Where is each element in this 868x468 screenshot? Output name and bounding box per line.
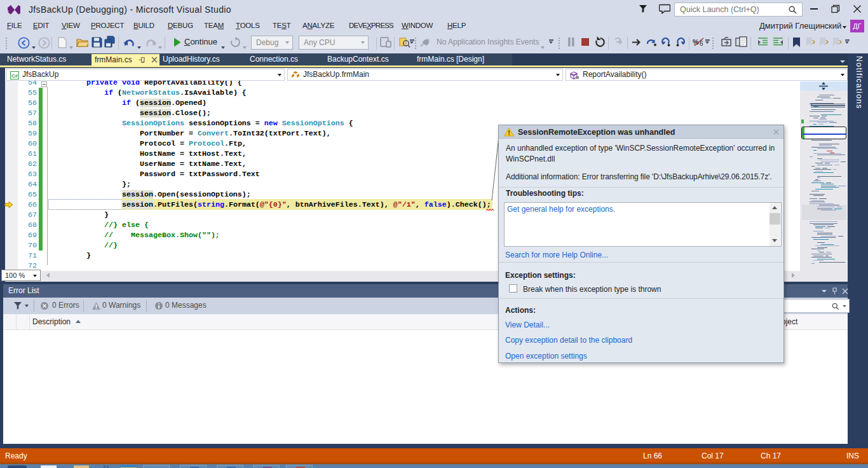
svg-text:C#: C# [11, 72, 18, 78]
svg-text:6: 6 [700, 40, 703, 47]
svg-text:?: ? [427, 38, 430, 43]
